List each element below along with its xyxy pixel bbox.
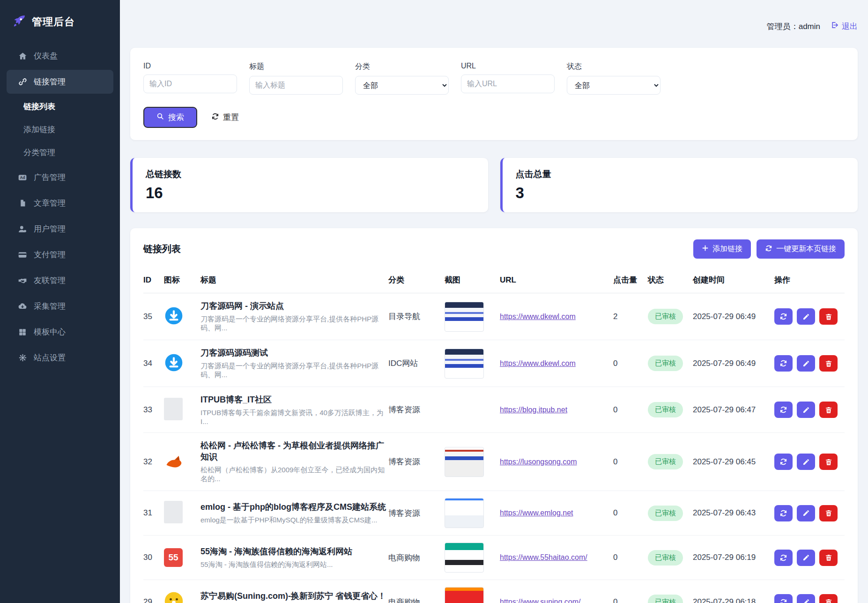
row-created-time: 2025-07-29 06:49 [693,312,774,321]
refresh-link-button[interactable] [774,308,793,325]
row-url-link[interactable]: https://www.emlog.net [500,509,573,517]
delete-link-button[interactable] [819,594,838,603]
filter-id-input[interactable] [143,74,237,93]
filter-title-input[interactable] [249,76,343,95]
site-screenshot [445,498,484,528]
row-id: 30 [143,553,164,562]
row-id: 31 [143,508,164,518]
edit-link-button[interactable] [797,594,815,603]
col-actions: 操作 [774,275,845,285]
sidebar-item[interactable]: 站点设置 [7,346,113,370]
sidebar-item-label: 用户管理 [34,223,66,234]
col-created: 创建时间 [693,275,774,285]
row-url-link[interactable]: https://www.dkewl.com [500,359,576,367]
refresh-link-button[interactable] [774,505,793,521]
cloud-icon [18,302,27,311]
row-category: 博客资源 [388,508,445,519]
row-url-link[interactable]: https://blog.itpub.net [500,406,567,414]
filter-category-select[interactable]: 全部 [355,76,449,95]
refresh-link-button[interactable] [774,402,793,418]
stat-label: 总链接数 [146,168,475,180]
delete-link-button[interactable] [819,454,838,470]
sidebar-item-label: 仪表盘 [34,51,58,61]
svg-text:Ad: Ad [20,175,25,180]
col-id: ID [143,275,164,285]
links-table-body: 35 刀客源码网 - 演示站点 刀客源码是一个专业的网络资源分享平台,提供各种P… [143,293,845,603]
delete-link-button[interactable] [819,308,838,325]
site-icon [164,398,183,420]
row-id: 33 [143,405,164,415]
sidebar-item[interactable]: 文章管理 [7,191,113,215]
edit-link-button[interactable] [797,308,815,325]
sidebar-item-label: 链接列表 [23,101,55,112]
site-screenshot [445,543,484,573]
row-clicks: 0 [613,597,648,603]
delete-link-button[interactable] [819,550,838,566]
filter-url-input[interactable] [461,74,555,93]
row-clicks: 0 [613,553,648,562]
handshake-icon [18,276,27,285]
sidebar-item[interactable]: 仪表盘 [7,44,113,68]
sidebar-item[interactable]: 链接列表 [7,96,113,118]
site-icon [164,353,184,372]
filter-title-label: 标题 [249,62,343,72]
filter-status-select[interactable]: 全部 [567,76,660,95]
sidebar-item[interactable]: 用户管理 [7,217,113,241]
row-url-link[interactable]: https://www.55haitao.com/ [500,553,587,561]
col-title: 标题 [200,275,388,285]
sidebar-item[interactable]: Ad广告管理 [7,165,113,189]
site-icon: 55 [164,548,183,567]
refresh-link-button[interactable] [774,550,793,566]
row-url-link[interactable]: https://www.dkewl.com [500,313,576,320]
reset-button[interactable]: 重置 [211,112,239,123]
row-id: 34 [143,359,164,368]
card-icon [18,250,27,260]
edit-link-button[interactable] [797,454,815,470]
main-content: 管理员：admin 退出 ID 标题 分类 [120,0,868,603]
site-screenshot [445,349,484,379]
edit-link-button[interactable] [797,505,815,521]
sidebar-item[interactable]: 添加链接 [7,119,113,141]
refresh-link-button[interactable] [774,454,793,470]
row-url-link[interactable]: https://www.suning.com/ [500,598,581,603]
delete-link-button[interactable] [819,355,838,372]
refresh-link-button[interactable] [774,594,793,603]
site-screenshot [445,587,484,603]
row-category: 目录导航 [388,311,445,322]
refresh-link-button[interactable] [774,355,793,372]
sidebar-item[interactable]: 友联管理 [7,268,113,292]
col-url: URL [500,275,613,285]
edit-link-button[interactable] [797,550,815,566]
filter-id-label: ID [143,62,237,70]
table-row: 33 ITPUB博客_IT社区 ITPUB博客每天千篇余篇博文新资讯，40多万活… [143,387,845,433]
row-category: 博客资源 [388,456,445,467]
site-screenshot [445,302,484,332]
sidebar-item[interactable]: 模板中心 [7,320,113,344]
sidebar-item[interactable]: 支付管理 [7,243,113,267]
edit-link-button[interactable] [797,355,815,372]
site-icon [164,501,183,523]
row-title: 松松网 - 卢松松博客 - 为草根创业者提供网络推广知识 [200,440,388,462]
sidebar-item-label: 友联管理 [34,275,66,286]
row-title: 刀客源码网 - 演示站点 [200,300,388,312]
update-page-links-button[interactable]: 一键更新本页链接 [757,239,845,259]
delete-link-button[interactable] [819,402,838,418]
row-id: 35 [143,312,164,321]
delete-link-button[interactable] [819,505,838,521]
site-screenshot [445,447,484,477]
col-screenshot: 截图 [445,275,500,285]
sidebar-item[interactable]: 链接管理 [7,70,113,94]
sidebar-item[interactable]: 分类管理 [7,141,113,164]
row-url-link[interactable]: https://lusongsong.com [500,458,577,466]
search-button[interactable]: 搜索 [143,107,197,128]
status-badge: 已审核 [648,309,683,324]
logout-link[interactable]: 退出 [831,21,858,32]
row-clicks: 2 [613,312,648,321]
sidebar-item[interactable]: 采集管理 [7,294,113,318]
add-link-button[interactable]: 添加链接 [693,239,751,259]
row-id: 29 [143,597,164,603]
row-category: 电商购物 [388,597,445,603]
ad-icon: Ad [18,173,27,182]
links-table-card: 链接列表 添加链接 一键更新本页链接 [130,228,858,603]
edit-link-button[interactable] [797,402,815,418]
